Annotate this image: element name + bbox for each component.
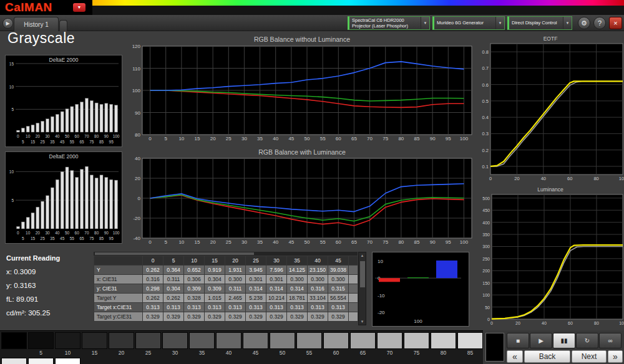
- scrollbar-handle[interactable]: [95, 252, 254, 255]
- svg-text:350: 350: [482, 232, 490, 237]
- patch-item[interactable]: 30: [162, 332, 188, 356]
- deltae-histogram-2: 1050510152025303540455055606570758085909…: [5, 151, 122, 244]
- patch-item[interactable]: 60: [323, 332, 349, 356]
- close-button[interactable]: ×: [609, 17, 622, 29]
- patch-swatch[interactable]: [270, 332, 295, 349]
- patch-swatch[interactable]: [404, 332, 429, 349]
- svg-text:5: 5: [11, 198, 14, 203]
- patch-item[interactable]: 20: [109, 332, 134, 356]
- patch-item[interactable]: [55, 358, 80, 364]
- patch-item[interactable]: 40: [216, 332, 241, 356]
- patch-item[interactable]: 50: [270, 332, 295, 356]
- patch-item[interactable]: 5: [28, 332, 54, 356]
- luminance-chart: 5004504003503002502001501005000204060801…: [477, 186, 624, 330]
- svg-text:85: 85: [99, 236, 104, 241]
- svg-text:60: 60: [75, 134, 80, 138]
- last-page-button[interactable]: »: [608, 350, 623, 363]
- patch-item[interactable]: 15: [82, 332, 107, 356]
- patch-swatch[interactable]: [55, 332, 80, 349]
- table-cell: 0.313: [266, 303, 287, 312]
- table-column-header: 25: [246, 256, 266, 266]
- table-cell: 23.150: [308, 266, 328, 275]
- patch-swatch[interactable]: [457, 332, 483, 349]
- expand-pane-button[interactable]: ▶: [2, 18, 13, 29]
- play-button[interactable]: ▶: [530, 333, 552, 348]
- patch-preview-window: [485, 333, 504, 362]
- stop-button[interactable]: ■: [507, 333, 529, 348]
- patch-item[interactable]: 25: [135, 332, 161, 356]
- svg-text:DeltaE 2000: DeltaE 2000: [49, 153, 79, 160]
- patch-item[interactable]: 85: [457, 332, 483, 356]
- tab-history[interactable]: History 1: [14, 17, 59, 31]
- patch-item[interactable]: 80: [431, 332, 456, 356]
- meter-device-button[interactable]: SpectraCal C6 HDR2000 Projector (Laser P…: [348, 16, 430, 30]
- back-button[interactable]: Back: [524, 350, 570, 363]
- scrollbar-handle[interactable]: [360, 261, 365, 287]
- reading-cdm2: cd/m²: 305.25: [6, 309, 60, 317]
- table-column-header: 40: [308, 256, 328, 266]
- table-vscrollbar[interactable]: ▲ ▼: [358, 252, 366, 325]
- table-cell: 0.300: [308, 275, 328, 284]
- display-control-button[interactable]: Direct Display Control ▼: [507, 16, 572, 30]
- patch-swatch[interactable]: [135, 332, 161, 349]
- pause-button[interactable]: ▮▮: [553, 333, 575, 348]
- patch-swatch[interactable]: [28, 332, 54, 349]
- patch-item[interactable]: 55: [296, 332, 322, 356]
- svg-text:5: 5: [22, 140, 24, 144]
- first-page-button[interactable]: «: [507, 350, 523, 363]
- patch-label: 20: [119, 349, 124, 356]
- scroll-down-icon[interactable]: ▼: [359, 318, 366, 325]
- svg-text:100: 100: [619, 321, 624, 325]
- settings-button[interactable]: ⚙: [578, 17, 590, 29]
- patch-item[interactable]: 65: [350, 332, 376, 356]
- link-button[interactable]: ∞: [599, 333, 622, 348]
- app-menu-button[interactable]: ▼: [73, 3, 85, 12]
- patch-swatch[interactable]: [431, 332, 456, 349]
- table-cell: 14.125: [287, 266, 308, 275]
- patch-swatch[interactable]: [1, 332, 27, 349]
- svg-text:40: 40: [273, 136, 278, 141]
- patch-swatch[interactable]: [296, 332, 322, 349]
- patch-item[interactable]: 10: [55, 332, 80, 356]
- patch-row-1: 510152025303540455055606570758085: [1, 332, 483, 356]
- svg-text:25: 25: [41, 140, 46, 144]
- patch-swatch[interactable]: [189, 332, 215, 349]
- svg-text:5: 5: [164, 136, 167, 141]
- patch-item[interactable]: [1, 358, 27, 364]
- svg-text:EOTF: EOTF: [544, 36, 558, 42]
- scroll-up-icon[interactable]: ▲: [359, 252, 366, 259]
- patch-item[interactable]: [28, 358, 54, 364]
- repeat-button[interactable]: ↻: [576, 333, 598, 348]
- svg-text:0: 0: [149, 239, 152, 245]
- patch-item[interactable]: 75: [404, 332, 429, 356]
- table-row: Target Y0.2620.2620.3281.0152.4655.23810…: [94, 294, 358, 303]
- next-button[interactable]: Next: [572, 350, 607, 363]
- patch-swatch[interactable]: [28, 358, 54, 364]
- svg-text:80: 80: [398, 239, 404, 245]
- patch-swatch[interactable]: [1, 358, 27, 364]
- svg-text:70: 70: [367, 239, 373, 245]
- patch-swatch[interactable]: [350, 332, 376, 349]
- patch-swatch[interactable]: [162, 332, 188, 349]
- svg-text:15: 15: [195, 136, 200, 141]
- table-column-header: 15: [205, 256, 225, 266]
- patch-item[interactable]: 70: [377, 332, 402, 356]
- patch-item[interactable]: 35: [189, 332, 215, 356]
- svg-text:85: 85: [414, 136, 420, 141]
- patch-swatch[interactable]: [243, 332, 268, 349]
- patch-swatch[interactable]: [377, 332, 402, 349]
- patch-swatch[interactable]: [216, 332, 241, 349]
- svg-text:20: 20: [135, 176, 140, 181]
- patch-item[interactable]: [1, 332, 27, 356]
- table-cell: 0.329: [184, 312, 205, 322]
- svg-text:90: 90: [104, 231, 109, 235]
- generator-device-button[interactable]: Murideo 6G Generator ▼: [432, 16, 505, 30]
- table-row-label: Y: [94, 266, 143, 275]
- patch-swatch[interactable]: [82, 332, 107, 349]
- patch-swatch[interactable]: [55, 358, 80, 364]
- patch-swatch[interactable]: [109, 332, 134, 349]
- patch-swatch[interactable]: [323, 332, 349, 349]
- patch-item[interactable]: 45: [243, 332, 268, 356]
- close-icon: ×: [613, 19, 617, 27]
- help-button[interactable]: ?: [593, 17, 606, 29]
